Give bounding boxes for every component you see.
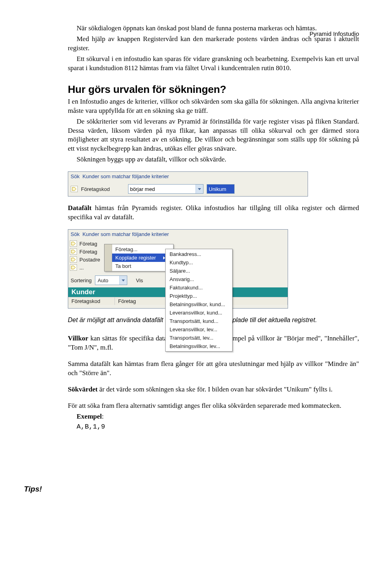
value-input-text: Unikum (209, 186, 226, 192)
fig1-field-label: Företagskod (81, 186, 125, 192)
tag-icon (70, 256, 77, 263)
exempel-code: A,B,1,9 (68, 423, 359, 431)
submenu-item[interactable]: Projekttyp... (166, 292, 232, 300)
condition-input[interactable] (128, 185, 195, 193)
fig1-header: Sök Kunder som matchar följande kriterie… (68, 172, 308, 183)
figure-search-criteria-2: Sök Kunder som matchar följande kriterie… (68, 229, 288, 309)
section-p3: Sökningen byggs upp av datafält, villkor… (68, 155, 359, 164)
submenu-item[interactable]: Betalningsvillkor, lev... (166, 342, 232, 350)
fig1-sok-text: Kunder som matchar följande kriterier (83, 173, 169, 179)
intro-p2: Med hjälp av knappen Registervård kan de… (68, 35, 359, 53)
multi-search-para: För att söka fram flera alternativ samti… (68, 401, 359, 411)
sokvarde-para: Sökvärdet är det värde som sökningen ska… (68, 385, 359, 394)
menu-item-kopplade-register[interactable]: Kopplade register (112, 254, 173, 262)
sortering-combobox[interactable]: Auto (95, 275, 127, 285)
menu-item-label: Företag... (115, 246, 138, 252)
submenu-item[interactable]: Kundtyp... (166, 258, 232, 267)
context-menu: Företag... Kopplade register Ta bort (104, 244, 174, 271)
intro-p3: Ett sökurval i en infostudio kan sparas … (68, 55, 359, 73)
fig1-sok-label: Sök (71, 173, 79, 179)
tag-icon (70, 248, 77, 255)
menu-item-ta-bort[interactable]: Ta bort (112, 262, 173, 270)
fig2-sok-text: Kunder som matchar följande kriterier (83, 231, 169, 237)
tag-icon (70, 264, 77, 271)
submenu-item[interactable]: Transportsätt, lev... (166, 334, 232, 342)
sortering-label: Sortering (71, 277, 92, 283)
submenu: Bankadress... Kundtyp... Säljare... Ansv… (165, 249, 233, 352)
condition-combobox[interactable] (128, 184, 203, 194)
fig2-sok-label: Sök (71, 231, 79, 237)
submenu-item[interactable]: Fakturakund... (166, 283, 232, 292)
chevron-down-icon[interactable] (195, 185, 203, 193)
submenu-item[interactable]: Bankadress... (166, 250, 232, 258)
menu-item-label: Ta bort (115, 263, 131, 269)
villkor-lead: Villkor (68, 334, 88, 342)
menu-item-label: Kopplade register (115, 255, 156, 261)
body-column: När sökdialogen öppnats kan önskad post … (68, 24, 359, 431)
tips-margin-label: Tips! (24, 485, 42, 494)
fig2-row-1[interactable]: Företag (79, 249, 103, 255)
visa-label: Vis (136, 277, 143, 283)
datafalt-para: Datafält hämtas från Pyramids register. … (68, 204, 359, 222)
submenu-item[interactable]: Säljare... (166, 267, 232, 275)
sortering-value: Auto (95, 276, 119, 285)
submenu-item[interactable]: Leveransvillkor, lev... (166, 325, 232, 334)
menu-item-foretag[interactable]: Företag... (112, 245, 173, 254)
fig2-row-3[interactable]: ... (79, 265, 103, 271)
tips-para: Samma datafält kan hämtas fram flera gån… (68, 360, 359, 378)
fig2-row-0[interactable]: Företag (79, 241, 103, 247)
datafalt-lead: Datafält (68, 204, 91, 212)
running-head: Pyramid Infostudio (310, 30, 359, 37)
chevron-down-icon[interactable] (119, 276, 127, 285)
submenu-item[interactable]: Betalningsvillkor, kund... (166, 300, 232, 309)
submenu-item[interactable]: Ansvarig... (166, 275, 232, 283)
submenu-item[interactable]: Transportsätt, kund... (166, 317, 232, 325)
fig2-row-2[interactable]: Postadre (79, 257, 103, 263)
submenu-item[interactable]: Leveransvillkor, kund... (166, 309, 232, 317)
section-p1: I en Infostudio anges de kriterier, vill… (68, 97, 359, 116)
menu-gutter (105, 244, 112, 271)
sokvarde-rest: är det värde som sökningen ska ske för. … (98, 385, 333, 393)
sokvarde-lead: Sökvärdet (68, 385, 98, 393)
figure-search-criteria-1: Sök Kunder som matchar följande kriterie… (68, 171, 308, 197)
exempel-label-line: Exempel: (68, 412, 359, 421)
exempel-label: Exempel (77, 413, 102, 420)
section-p2: De sökkriterier som vid leverans av Pyra… (68, 117, 359, 154)
page: Pyramid Infostudio När sökdialogen öppna… (0, 24, 383, 588)
fig2-header: Sök Kunder som matchar följande kriterie… (68, 230, 288, 240)
section-heading: Hur görs urvalen för sökningen? (68, 83, 359, 96)
value-input[interactable]: Unikum (207, 184, 235, 194)
datafalt-rest: hämtas från Pyramids register. Olika inf… (68, 204, 359, 221)
tag-icon (70, 240, 77, 247)
th-foretagskod[interactable]: Företagskod (68, 297, 115, 305)
tag-icon (71, 186, 78, 192)
